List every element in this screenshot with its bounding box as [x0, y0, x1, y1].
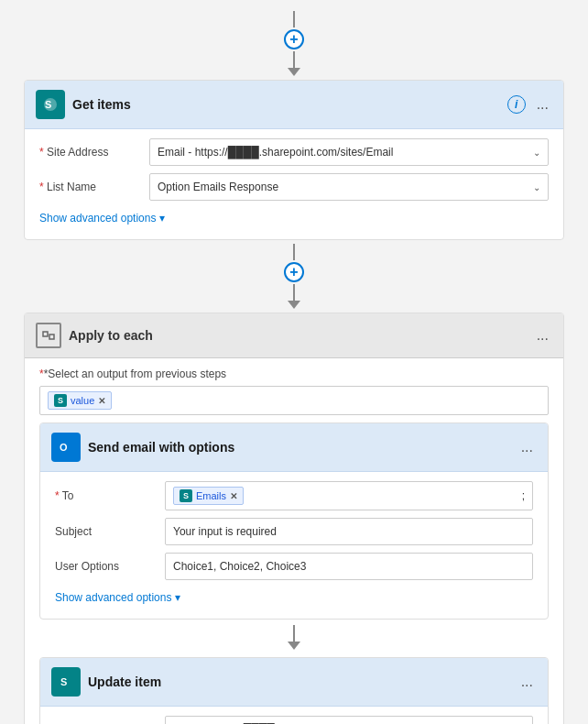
value-tag-text: value [71, 395, 94, 406]
subject-field[interactable]: Your input is required [165, 518, 533, 545]
dropdown-chevron: ⌄ [533, 182, 540, 192]
sharepoint-icon: S [36, 90, 65, 119]
inner-connector [39, 625, 549, 650]
list-name-label: List Name [39, 181, 140, 193]
connector-line [293, 51, 295, 68]
get-items-body: Site Address Email - https://████.sharep… [25, 129, 563, 239]
add-step-top[interactable]: + [284, 29, 304, 49]
apply-body: **Select an output from previous steps S… [25, 358, 563, 724]
svg-rect-2 [43, 332, 48, 336]
dropdown-chevron: ⌄ [533, 148, 540, 158]
send-email-show-advanced[interactable]: Show advanced options ▾ [55, 587, 180, 609]
subject-label: Subject [55, 525, 156, 538]
list-name-row: List Name Option Emails Response ⌄ [39, 173, 549, 201]
connector-line [293, 284, 295, 301]
send-email-more-btn[interactable]: ... [517, 437, 537, 457]
user-options-field[interactable]: Choice1, Choice2, Choice3 [165, 553, 533, 580]
emails-tag-text: Emails [196, 490, 226, 501]
value-tag: S value ✕ [48, 391, 112, 410]
site-address-row: Site Address Email - https://████.sharep… [39, 138, 549, 166]
subject-row: Subject Your input is required [55, 518, 533, 545]
tag-remove[interactable]: ✕ [230, 491, 237, 501]
middle-connector: + [284, 244, 304, 309]
top-connector: + [284, 11, 304, 76]
svg-text:S: S [60, 676, 67, 687]
send-email-card: O Send email with options ... To S Email… [39, 422, 549, 620]
get-items-card: S Get items i ... Site Address Email - h… [24, 80, 564, 240]
send-email-body: To S Emails ✕ ; Subject [40, 472, 548, 619]
add-step-middle[interactable]: + [284, 262, 304, 282]
site-address-value: Email - https://████.sharepoint.com/site… [158, 146, 393, 159]
tag-remove[interactable]: ✕ [98, 396, 105, 406]
connector-line [293, 11, 295, 27]
arrow-down [288, 301, 300, 309]
tag-sp-icon: S [180, 489, 192, 502]
flow-container: + S Get items i ... Site Address Email -… [0, 0, 588, 724]
update-item-card: S Update item ... Site Address Email - h… [39, 657, 549, 724]
get-items-actions: i ... [507, 94, 552, 115]
get-items-show-advanced[interactable]: Show advanced options ▾ [39, 208, 165, 230]
site-address-dropdown[interactable]: Email - https://████.sharepoint.com/site… [149, 138, 549, 166]
svg-rect-3 [49, 335, 54, 339]
update-site-row: Site Address Email - https://████.sharep… [55, 716, 533, 724]
select-output-tags[interactable]: S value ✕ [39, 386, 549, 415]
emails-tag: S Emails ✕ [173, 487, 244, 505]
user-options-value: Choice1, Choice2, Choice3 [173, 560, 306, 573]
svg-text:O: O [60, 442, 68, 453]
apply-header: Apply to each ... [25, 313, 563, 358]
arrow-down [288, 68, 300, 76]
get-items-header: S Get items i ... [25, 81, 563, 129]
update-item-header: S Update item ... [40, 658, 548, 707]
separator: ; [522, 489, 525, 502]
get-items-more-btn[interactable]: ... [533, 94, 552, 115]
connector-line [293, 625, 295, 642]
connector-line [293, 244, 295, 260]
sharepoint-icon-update: S [51, 667, 81, 697]
info-icon[interactable]: i [507, 95, 526, 114]
site-address-label: Site Address [39, 146, 140, 159]
loop-icon [36, 323, 61, 348]
tag-sp-icon: S [54, 394, 67, 407]
arrow-down [288, 642, 300, 650]
to-field[interactable]: S Emails ✕ ; [165, 481, 533, 510]
send-email-header: O Send email with options ... [40, 423, 548, 472]
update-site-dropdown[interactable]: Email - https://████.sharepoint.com/site… [165, 716, 533, 724]
list-name-value: Option Emails Response [158, 181, 278, 193]
get-items-title: Get items [72, 97, 500, 112]
user-options-label: User Options [55, 560, 156, 573]
send-email-title: Send email with options [88, 440, 510, 455]
apply-more-btn[interactable]: ... [533, 325, 552, 346]
select-output-label: **Select an output from previous steps [39, 367, 549, 380]
outlook-icon: O [51, 433, 81, 462]
user-options-row: User Options Choice1, Choice2, Choice3 [55, 553, 533, 580]
subject-value: Your input is required [173, 525, 277, 538]
svg-text:S: S [45, 99, 51, 110]
update-item-body: Site Address Email - https://████.sharep… [40, 707, 548, 724]
to-label: To [55, 489, 156, 502]
update-item-title: Update item [88, 675, 510, 689]
list-name-dropdown[interactable]: Option Emails Response ⌄ [149, 173, 549, 201]
apply-to-each-card: Apply to each ... **Select an output fro… [24, 313, 564, 724]
apply-title: Apply to each [69, 328, 526, 343]
to-field-row: To S Emails ✕ ; [55, 481, 533, 510]
update-item-more-btn[interactable]: ... [517, 672, 537, 692]
